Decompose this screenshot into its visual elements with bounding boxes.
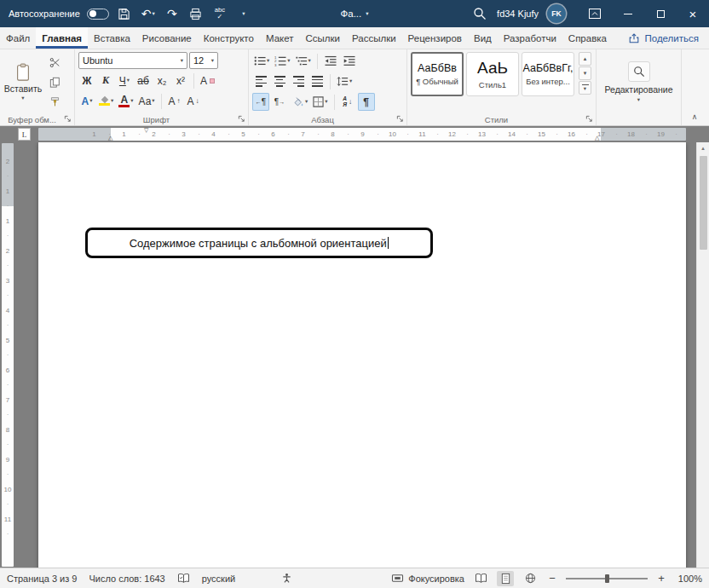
align-right-button[interactable] — [290, 72, 307, 90]
align-center-button[interactable] — [271, 72, 288, 90]
style-item[interactable]: АаЬСтиль1 — [466, 52, 519, 96]
text-box-content[interactable]: Содержимое страницы с альбомной ориентац… — [130, 237, 387, 250]
read-mode-button[interactable] — [472, 571, 489, 586]
clipboard-dialog-launcher[interactable] — [63, 114, 72, 124]
zoom-out-button[interactable]: − — [546, 572, 558, 585]
justify-button[interactable] — [308, 72, 326, 90]
font-dialog-launcher[interactable] — [237, 114, 246, 124]
styles-dialog-launcher[interactable] — [585, 114, 594, 124]
decrease-indent-button[interactable] — [322, 52, 339, 70]
styles-scroll-down-button[interactable]: ▾ — [579, 66, 591, 80]
style-item[interactable]: АаБбВвГг,Без интер... — [522, 52, 574, 96]
paste-dropdown-icon[interactable]: ▾ — [21, 95, 24, 101]
scroll-up-arrow[interactable]: ▴ — [697, 142, 709, 152]
print-button[interactable] — [187, 3, 205, 24]
tab-Главная[interactable]: Главная — [36, 27, 88, 49]
clear-formatting-button[interactable]: А — [199, 72, 216, 89]
text-box[interactable]: Содержимое страницы с альбомной ориентац… — [85, 228, 433, 258]
grow-font-button[interactable]: А↑ — [166, 92, 183, 110]
line-spacing-button[interactable]: ▾ — [335, 72, 354, 90]
tab-Рисование[interactable]: Рисование — [136, 27, 198, 49]
undo-dropdown-icon[interactable]: ▾ — [153, 11, 155, 17]
save-button[interactable] — [116, 3, 133, 24]
italic-button[interactable]: К — [97, 72, 114, 89]
document-canvas[interactable]: 211234567891011 Содержимое страницы с ал… — [0, 142, 709, 568]
scrollbar-thumb[interactable] — [700, 156, 707, 250]
search-button[interactable] — [471, 3, 488, 24]
web-layout-button[interactable] — [522, 571, 539, 586]
vertical-ruler[interactable]: 211234567891011 — [2, 143, 14, 567]
vertical-scrollbar[interactable]: ▴ — [696, 142, 709, 568]
tab-stop-selector[interactable]: L — [18, 128, 31, 141]
tab-Конструкто[interactable]: Конструкто — [198, 27, 260, 49]
paragraph-dialog-launcher[interactable] — [395, 114, 405, 124]
proofing-status-button[interactable] — [177, 573, 190, 584]
font-color-dropdown-icon[interactable]: ▾ — [130, 98, 133, 104]
focus-mode-button[interactable]: Фокусировка — [391, 573, 464, 584]
copy-button[interactable] — [46, 73, 63, 91]
hanging-indent-marker[interactable]: △ — [108, 135, 112, 141]
font-size-combobox[interactable]: 12 ▾ — [189, 52, 218, 69]
close-button[interactable]: × — [677, 0, 709, 27]
minimize-button[interactable] — [612, 0, 644, 27]
language-indicator[interactable]: русский — [202, 574, 235, 584]
undo-button[interactable]: ↶ ▾ — [140, 3, 157, 24]
first-line-indent-marker[interactable]: ▽ — [144, 127, 148, 133]
font-name-dropdown-icon[interactable]: ▾ — [181, 58, 183, 64]
borders-dropdown-icon[interactable]: ▾ — [325, 99, 327, 105]
change-case-dropdown-icon[interactable]: ▾ — [152, 98, 154, 104]
show-formatting-marks-button[interactable]: ¶ — [358, 93, 375, 111]
underline-dropdown-icon[interactable]: ▾ — [127, 78, 130, 84]
styles-gallery-more-button[interactable]: ▾ — [579, 81, 591, 95]
document-page[interactable]: Содержимое страницы с альбомной ориентац… — [38, 142, 686, 568]
document-title[interactable]: Фа... ▾ — [341, 9, 369, 19]
bullets-button[interactable]: ▾ — [252, 52, 271, 70]
highlight-color-button[interactable]: ▾ — [97, 92, 115, 110]
zoom-in-button[interactable]: + — [655, 572, 667, 585]
tab-Справка[interactable]: Справка — [562, 27, 613, 49]
strikethrough-button[interactable]: аб — [135, 72, 152, 89]
paste-button[interactable]: Вставить ▾ — [3, 52, 43, 112]
subscript-button[interactable]: х₂ — [153, 72, 170, 89]
word-count[interactable]: Число слов: 1643 — [89, 574, 164, 584]
superscript-button[interactable]: х² — [172, 72, 189, 89]
format-painter-button[interactable] — [46, 93, 63, 111]
accessibility-status-button[interactable] — [281, 573, 292, 584]
zoom-slider[interactable] — [566, 574, 648, 584]
cut-button[interactable] — [46, 54, 63, 72]
font-size-dropdown-icon[interactable]: ▾ — [211, 58, 214, 64]
rtl-direction-button[interactable]: ¶→ — [271, 93, 288, 111]
zoom-slider-thumb[interactable] — [605, 574, 609, 583]
autosave-toggle[interactable] — [87, 9, 109, 20]
tab-Рецензиров[interactable]: Рецензиров — [402, 27, 468, 49]
change-case-button[interactable]: Аа▾ — [137, 92, 157, 110]
style-item[interactable]: АаБбВв¶ Обычный — [411, 52, 464, 96]
horizontal-ruler[interactable]: 112345678910111213141516171819 ▽ △ △ — [38, 128, 686, 141]
maximize-button[interactable] — [644, 0, 677, 27]
redo-button[interactable]: ↷ — [164, 3, 181, 24]
tab-Вставка[interactable]: Вставка — [88, 27, 136, 49]
zoom-percentage[interactable]: 100% — [675, 574, 702, 584]
numbering-dropdown-icon[interactable]: ▾ — [287, 58, 290, 64]
sort-button[interactable]: АЯ ↓ — [339, 93, 356, 111]
tab-Разработчи[interactable]: Разработчи — [498, 27, 562, 49]
highlight-dropdown-icon[interactable]: ▾ — [111, 98, 113, 104]
borders-button[interactable]: ▾ — [311, 93, 329, 111]
right-indent-marker[interactable]: △ — [595, 135, 599, 141]
print-layout-button[interactable] — [497, 571, 514, 586]
page-indicator[interactable]: Страница 3 из 9 — [7, 574, 77, 584]
line-spacing-dropdown-icon[interactable]: ▾ — [349, 78, 352, 84]
editing-button[interactable]: Редактирование ▾ — [605, 61, 673, 103]
ltr-direction-button[interactable]: ←¶ — [252, 93, 269, 111]
spelling-button[interactable]: abc ✓ — [211, 3, 228, 24]
collapse-ribbon-button[interactable]: ∧ — [687, 111, 702, 123]
shading-button[interactable]: ▾ — [290, 93, 309, 111]
numbering-button[interactable]: 123 ▾ — [273, 52, 291, 70]
ribbon-display-options-button[interactable] — [586, 3, 603, 24]
font-color-button[interactable]: А ▾ — [117, 92, 135, 110]
multilevel-dropdown-icon[interactable]: ▾ — [308, 58, 311, 64]
align-left-button[interactable] — [252, 72, 269, 90]
share-button[interactable]: Поделиться — [618, 27, 709, 49]
avatar[interactable]: FK — [547, 4, 566, 23]
bullets-dropdown-icon[interactable]: ▾ — [267, 58, 269, 64]
